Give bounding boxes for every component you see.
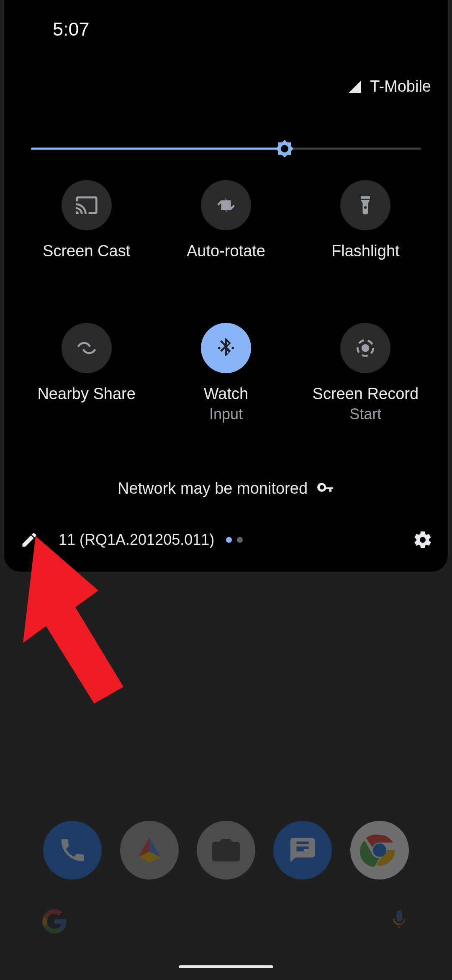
google-g-icon <box>42 909 67 934</box>
status-time: 5:07 <box>53 18 90 40</box>
dock-maps-icon <box>120 821 179 879</box>
tile-screen-cast-label: Screen Cast <box>43 242 130 260</box>
tile-auto-rotate-label: Auto-rotate <box>187 242 265 260</box>
carrier-label: T-Mobile <box>370 77 431 95</box>
tile-bluetooth-sublabel: Input <box>204 405 248 423</box>
home-search-bar-hint <box>0 909 452 934</box>
cast-icon <box>75 193 98 217</box>
dock-messages-icon <box>273 821 332 879</box>
tile-screen-record-sublabel: Start <box>313 405 419 423</box>
navigation-gesture-pill[interactable] <box>179 965 273 968</box>
nearby-share-icon <box>74 336 99 360</box>
screen-record-icon <box>354 336 377 360</box>
mic-icon <box>388 909 410 931</box>
svg-point-8 <box>218 347 221 349</box>
svg-point-9 <box>232 347 234 349</box>
svg-point-5 <box>375 846 384 855</box>
page-dot-1 <box>226 537 232 543</box>
tile-bluetooth-label: Watch <box>204 385 248 403</box>
svg-point-7 <box>281 145 288 152</box>
brightness-thumb[interactable] <box>275 139 295 159</box>
settings-button[interactable] <box>410 530 435 550</box>
tile-nearby-share-button[interactable] <box>62 323 112 373</box>
tile-nearby-share[interactable]: Nearby Share <box>17 323 156 423</box>
tile-screen-cast[interactable]: Screen Cast <box>17 180 156 260</box>
tile-screen-cast-button[interactable] <box>62 180 112 230</box>
gear-icon <box>413 530 433 550</box>
home-dock <box>0 821 452 879</box>
cellular-signal-icon <box>347 79 362 94</box>
qs-footer: 11 (RQ1A.201205.011) <box>17 530 435 550</box>
auto-rotate-icon <box>214 193 238 217</box>
tile-bluetooth[interactable]: Watch Input <box>156 323 295 423</box>
quick-settings-tiles: Screen Cast Auto-rotate Flashlight <box>17 180 435 423</box>
tile-auto-rotate[interactable]: Auto-rotate <box>156 180 295 260</box>
tile-bluetooth-button[interactable] <box>201 323 251 373</box>
brightness-icon <box>275 139 295 159</box>
dock-phone-icon <box>43 821 102 879</box>
brightness-slider[interactable] <box>31 140 421 157</box>
carrier-row: T-Mobile <box>347 77 431 95</box>
tile-screen-record-button[interactable] <box>340 323 390 373</box>
brightness-fill <box>31 148 285 150</box>
tile-auto-rotate-button[interactable] <box>201 180 251 230</box>
tile-flashlight[interactable]: Flashlight <box>296 180 435 260</box>
edit-tiles-button[interactable] <box>17 531 42 549</box>
page-dot-2 <box>237 537 243 543</box>
pencil-icon <box>20 531 39 549</box>
quick-settings-panel: 5:07 T-Mobile Screen Cast <box>4 0 448 572</box>
page-indicator <box>226 537 243 543</box>
tile-flashlight-label: Flashlight <box>331 242 400 260</box>
vpn-key-icon <box>317 480 334 498</box>
bluetooth-icon <box>214 336 238 360</box>
flashlight-icon <box>354 194 376 216</box>
dock-chrome-icon <box>350 821 409 879</box>
svg-point-11 <box>362 344 370 352</box>
tile-screen-record-label: Screen Record <box>313 385 419 403</box>
tile-nearby-share-label: Nearby Share <box>37 385 135 403</box>
build-number-label[interactable]: 11 (RQ1A.201205.011) <box>59 531 214 549</box>
dock-camera-icon <box>197 821 255 879</box>
network-monitored-notice[interactable]: Network may be monitored <box>4 480 448 498</box>
network-monitored-label: Network may be monitored <box>118 480 308 498</box>
tile-flashlight-button[interactable] <box>340 180 390 230</box>
tile-screen-record[interactable]: Screen Record Start <box>296 323 435 423</box>
